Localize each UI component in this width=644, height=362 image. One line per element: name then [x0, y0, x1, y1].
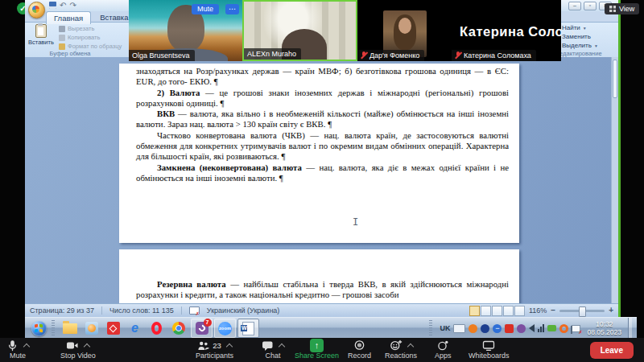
redo-icon[interactable]: ↷ [69, 2, 76, 9]
taskbar-opera-button[interactable] [146, 319, 167, 338]
format-painter-button[interactable]: Формат по образцу [59, 43, 122, 50]
restore-button[interactable]: ▫ [584, 2, 597, 10]
undo-icon[interactable]: ↶ [60, 2, 66, 9]
cut-button[interactable]: Вырезать [59, 25, 122, 32]
opera-icon [151, 322, 162, 335]
participant-name: Olga Brusentseva [129, 50, 195, 61]
mute-button[interactable]: Mute [6, 339, 29, 360]
show-desktop-button[interactable] [628, 318, 632, 339]
minimize-button[interactable]: – [568, 2, 581, 10]
participant-tile-alexn-active-speaker[interactable]: ALEXn Muraho [242, 0, 357, 61]
start-button[interactable] [31, 321, 47, 336]
keyboard-language[interactable]: UK [440, 324, 450, 332]
system-tray: UK − 10:32 08.05.2023 [429, 318, 637, 339]
spellcheck-icon[interactable] [189, 306, 200, 315]
page-indicator[interactable]: Страница: 29 из 37 [30, 306, 94, 315]
participant-tile-kateryna[interactable]: Катерина Соло.. Катерина Соломаха [452, 0, 561, 61]
whiteboards-button[interactable]: Whiteboards [469, 339, 510, 360]
windows-taskbar: e 7 zoom UK − 10 [25, 317, 637, 339]
language-indicator[interactable]: Украинский (Украина) [207, 306, 280, 315]
print-layout-view-button[interactable] [469, 306, 480, 316]
taskbar-internet-explorer-button[interactable]: e [124, 319, 146, 338]
tab-home[interactable]: Главная [46, 11, 91, 24]
participant-name: Катерина Соломаха [452, 50, 536, 61]
clipboard-group-label: Буфер обмена [25, 50, 115, 57]
find-button[interactable]: Найти▼ [554, 24, 612, 31]
chat-button[interactable]: Chat [262, 339, 284, 360]
outline-view-button[interactable] [503, 306, 514, 316]
fullscreen-view-button[interactable] [481, 306, 491, 316]
vertical-scrollbar[interactable] [611, 57, 618, 304]
zoom-out-button[interactable]: − [551, 306, 555, 315]
format-painter-icon [59, 43, 65, 50]
next-participants-arrow[interactable]: › [571, 25, 575, 39]
mute-options-chevron[interactable] [23, 343, 30, 350]
reactions-options-chevron[interactable] [407, 343, 413, 350]
zoom-level[interactable]: 116% [529, 306, 547, 315]
taskbar-zoom-button[interactable]: zoom [214, 319, 236, 338]
clipboard-icon [35, 24, 47, 38]
document-page-2[interactable]: Резервна валюта — найбільш стабільна і т… [119, 249, 519, 304]
taskbar-viber-button[interactable]: 7 [191, 319, 213, 338]
participant-tile-olga[interactable]: Mute ⋯ Olga Brusentseva [129, 0, 242, 61]
save-icon[interactable] [49, 2, 56, 9]
tray-green-display-icon[interactable] [547, 325, 556, 331]
zoom-meeting-window: ✓ ↶ ↷ – ▫ × Главная Вставка Р Вставить [0, 0, 644, 362]
folder-icon [63, 323, 77, 334]
tray-violet-icon[interactable] [517, 324, 526, 333]
replace-button[interactable]: Заменить [554, 33, 612, 40]
chat-options-chevron[interactable] [279, 343, 285, 350]
action-center-flag-icon[interactable] [572, 325, 580, 332]
document-page-1[interactable]: знаходяться на Розр/рахунках держав — кр… [119, 64, 519, 243]
web-view-button[interactable] [492, 306, 502, 316]
word-count[interactable]: Число слов: 11 135 [109, 306, 174, 315]
whiteboard-icon [482, 339, 495, 352]
view-mode-buttons[interactable] [469, 306, 525, 316]
apps-button[interactable]: Apps [435, 339, 452, 360]
tray-orange-ring-icon[interactable] [559, 324, 568, 333]
taskbar-explorer-button[interactable] [59, 319, 80, 338]
video-options-chevron[interactable] [84, 343, 90, 350]
participants-button[interactable]: 23 Participants [196, 339, 233, 360]
participants-icon [197, 340, 210, 352]
notification-badge: 7 [204, 319, 212, 327]
office-button[interactable] [28, 2, 45, 19]
tray-blue-icon[interactable]: − [493, 324, 502, 333]
taskbar-word-button[interactable] [237, 319, 259, 338]
paste-button[interactable]: Вставить [28, 24, 54, 53]
keyboard-icon[interactable] [453, 324, 465, 333]
reactions-button[interactable]: Reactions [385, 339, 417, 360]
tray-navy-icon[interactable] [481, 324, 489, 333]
more-options-button[interactable]: ⋯ [225, 4, 239, 14]
gallery-grid-icon [609, 6, 616, 12]
tray-red-icon[interactable] [505, 324, 514, 333]
draft-view-button[interactable] [514, 306, 525, 316]
view-button[interactable]: View [605, 3, 639, 14]
network-icon[interactable] [538, 324, 544, 332]
microphone-icon [6, 339, 19, 352]
zoom-in-button[interactable]: + [609, 306, 613, 315]
word-status-bar: Страница: 29 из 37 Число слов: 11 135 Ук… [25, 303, 618, 317]
zoom-slider[interactable] [559, 310, 605, 312]
select-button[interactable]: Выделить▼ [554, 42, 612, 49]
taskbar-chrome-button[interactable] [167, 319, 189, 338]
volume-icon[interactable] [529, 324, 535, 332]
mute-participant-button[interactable]: Mute [192, 4, 219, 14]
tray-orange-icon[interactable] [469, 324, 477, 333]
taskbar-media-player-button[interactable] [80, 319, 102, 338]
participant-tile-daria[interactable]: Дар'я Фоменко [357, 0, 452, 61]
leave-button[interactable]: Leave [590, 342, 634, 359]
reactions-smiley-icon [390, 339, 402, 352]
record-button[interactable]: Record [348, 339, 371, 360]
document-area[interactable]: знаходяться на Розр/рахунках держав — кр… [25, 57, 618, 304]
copy-button[interactable]: Копировать [59, 34, 122, 41]
share-screen-button[interactable]: ↑ Share Screen [295, 339, 339, 360]
taskbar-red-app-button[interactable] [102, 319, 124, 338]
zoom-control-bar: Mute Stop Video 23 Participant [0, 338, 644, 362]
taskbar-clock[interactable]: 10:32 08.05.2023 [584, 320, 625, 336]
stop-video-button[interactable]: Stop Video [60, 339, 96, 360]
word-icon [242, 322, 254, 335]
participants-options-chevron[interactable] [226, 343, 233, 350]
participants-count: 23 [213, 341, 221, 350]
media-player-icon [85, 322, 98, 335]
